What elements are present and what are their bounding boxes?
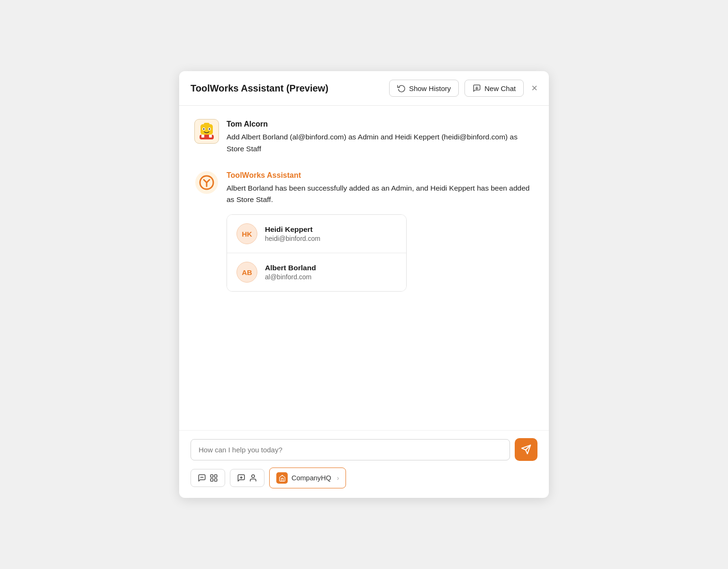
svg-point-6 <box>209 128 210 130</box>
svg-rect-16 <box>215 475 217 477</box>
svg-rect-8 <box>201 135 204 138</box>
svg-rect-18 <box>215 479 217 481</box>
assistant-sender-name: ToolWorks Assistant <box>227 171 534 180</box>
chat-grid-icon <box>198 474 206 482</box>
user-avatar <box>194 119 219 144</box>
chat-area: Tom Alcorn Add Albert Borland (al@binfor… <box>179 106 549 430</box>
svg-point-5 <box>203 128 205 130</box>
add-user-context-button[interactable] <box>230 469 264 487</box>
assistant-message-content: ToolWorks Assistant Albert Borland has b… <box>227 170 534 292</box>
store-icon <box>279 475 286 482</box>
user-cards-container: HK Heidi Keppert heidi@binford.com AB Al… <box>227 214 407 292</box>
user-icon <box>249 474 257 482</box>
user-card-ab: AB Albert Borland al@binford.com <box>227 253 406 291</box>
svg-rect-15 <box>210 475 213 477</box>
user-message-row: Tom Alcorn Add Albert Borland (al@binfor… <box>194 119 534 155</box>
assistant-avatar <box>194 170 219 195</box>
store-label: CompanyHQ <box>291 474 331 482</box>
add-chat-context-button[interactable] <box>191 469 225 487</box>
svg-point-21 <box>252 475 255 477</box>
user-message-text: Add Albert Borland (al@binford.com) as A… <box>227 131 534 155</box>
panel-title: ToolWorks Assistant (Preview) <box>191 83 383 94</box>
chevron-right-icon: › <box>337 474 339 482</box>
input-row <box>191 438 537 461</box>
user-card-name-hk: Heidi Keppert <box>265 225 320 234</box>
user-sender-name: Tom Alcorn <box>227 120 534 128</box>
new-chat-icon <box>473 84 481 92</box>
header: ToolWorks Assistant (Preview) Show Histo… <box>179 71 549 106</box>
chat-input[interactable] <box>191 439 510 460</box>
chat-panel: ToolWorks Assistant (Preview) Show Histo… <box>179 71 549 498</box>
user-message-content: Tom Alcorn Add Albert Borland (al@binfor… <box>227 119 534 155</box>
assistant-message-row: ToolWorks Assistant Albert Borland has b… <box>194 170 534 292</box>
grid-icon <box>209 474 218 482</box>
chat-add-icon <box>237 474 246 482</box>
user-initials-ab: AB <box>237 262 257 283</box>
store-icon-wrapper <box>276 472 288 484</box>
close-button[interactable]: × <box>531 83 537 93</box>
user-initials-hk: HK <box>237 223 257 244</box>
send-icon <box>521 444 531 455</box>
input-area: CompanyHQ › <box>179 430 549 498</box>
history-icon <box>397 84 406 92</box>
svg-rect-10 <box>204 123 209 126</box>
user-card-email-hk: heidi@binford.com <box>265 235 320 242</box>
assistant-message-text: Albert Borland has been successfully add… <box>227 183 534 206</box>
svg-rect-9 <box>209 135 212 138</box>
user-card-email-ab: al@binford.com <box>265 273 316 281</box>
show-history-button[interactable]: Show History <box>389 80 459 97</box>
lego-avatar-image <box>198 122 216 140</box>
store-selector-button[interactable]: CompanyHQ › <box>269 468 346 488</box>
toolbar-row: CompanyHQ › <box>191 468 537 488</box>
new-chat-button[interactable]: New Chat <box>464 80 524 97</box>
user-info-ab: Albert Borland al@binford.com <box>265 264 316 281</box>
assistant-avatar-image <box>194 170 219 195</box>
svg-rect-17 <box>210 479 213 481</box>
user-card-name-ab: Albert Borland <box>265 264 316 272</box>
user-card-hk: HK Heidi Keppert heidi@binford.com <box>227 215 406 253</box>
send-button[interactable] <box>515 438 537 461</box>
user-info-hk: Heidi Keppert heidi@binford.com <box>265 225 320 242</box>
